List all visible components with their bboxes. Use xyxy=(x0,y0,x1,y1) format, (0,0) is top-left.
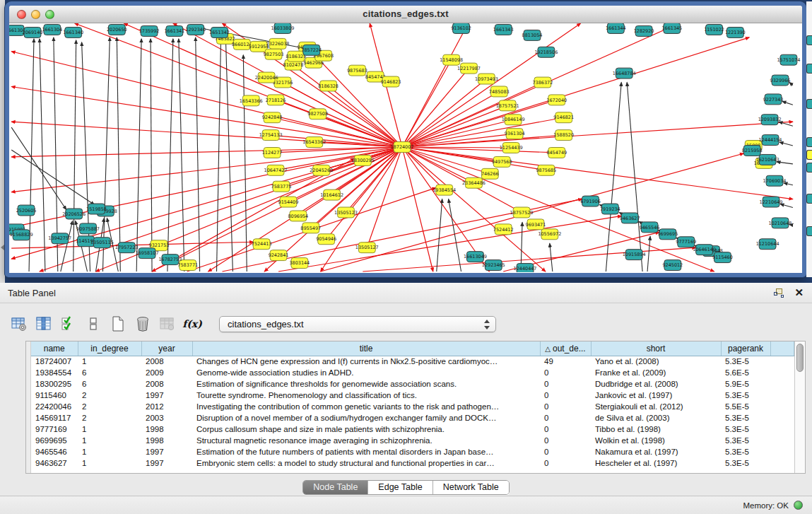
column-header-pagerank[interactable]: pagerank xyxy=(721,341,770,356)
table-cell[interactable]: 0 xyxy=(540,446,591,457)
graph-node[interactable]: 12210649 xyxy=(760,197,783,207)
float-panel-icon[interactable] xyxy=(774,288,784,298)
table-cell[interactable]: Dudbridge et al. (2008) xyxy=(591,378,721,390)
table-cell[interactable]: 14569117 xyxy=(31,412,78,424)
table-row[interactable]: 977716911998Corpus callosum shape and si… xyxy=(31,424,794,435)
graph-node[interactable]: 1661304 xyxy=(42,24,62,35)
table-cell[interactable]: 0 xyxy=(540,378,591,390)
graph-node[interactable]: 9361304 xyxy=(505,129,525,139)
table-cell[interactable]: 0 xyxy=(540,412,591,424)
network-window-titlebar[interactable]: citations_edges.txt xyxy=(9,6,802,23)
table-cell[interactable]: Wolkin et al. (1998) xyxy=(591,435,721,446)
graph-node[interactable]: 12754133 xyxy=(259,130,283,141)
tab-edge-table[interactable]: Edge Table xyxy=(367,481,432,494)
table-cell[interactable]: 1 xyxy=(78,457,141,469)
graph-node[interactable]: 13505123 xyxy=(334,207,358,218)
table-cell[interactable]: Estimation of the future numbers of pati… xyxy=(192,446,540,457)
graph-node[interactable]: 16648784 xyxy=(613,68,636,78)
graph-node[interactable]: 7583775 xyxy=(271,181,292,192)
table-cell[interactable]: 19384554 xyxy=(31,367,78,378)
graph-node[interactable]: 8186328 xyxy=(318,81,339,91)
graph-node[interactable]: 1519858 xyxy=(86,204,107,214)
graph-node[interactable]: 8215958 xyxy=(742,146,763,156)
graph-node[interactable]: 1735992 xyxy=(139,25,160,36)
graph-node[interactable]: 9242848 xyxy=(262,112,283,123)
table-row[interactable]: 1456911722003Disruption of a novel membe… xyxy=(31,412,794,424)
table-cell[interactable]: Changes of HCN gene expression and I(f) … xyxy=(192,356,540,367)
table-cell[interactable]: Tourette syndrome. Phenomenology and cla… xyxy=(192,390,540,401)
graph-node[interactable]: 1282920 xyxy=(634,25,654,36)
table-cell[interactable]: 1997 xyxy=(141,446,192,457)
column-header-title[interactable]: title xyxy=(192,341,540,356)
graph-node[interactable]: 9465546 xyxy=(640,222,660,233)
table-cell[interactable]: 5.3E-5 xyxy=(721,435,770,446)
graph-node[interactable]: 16210643 xyxy=(756,154,779,165)
graph-node[interactable]: 11548098 xyxy=(440,54,463,65)
memory-ok-indicator[interactable] xyxy=(794,501,803,510)
table-cell[interactable]: Tibbo et al. (1998) xyxy=(591,424,721,435)
graph-node[interactable]: 16958107 xyxy=(136,248,159,259)
graph-node[interactable]: 10164612 xyxy=(320,189,343,200)
table-row[interactable]: 1872400712008Changes of HCN gene express… xyxy=(31,356,794,367)
table-cell[interactable]: 2008 xyxy=(141,378,192,390)
stacked-rows-button[interactable] xyxy=(84,315,102,333)
graph-node[interactable]: 22045260 xyxy=(310,165,333,175)
graph-node[interactable]: 12440447 xyxy=(514,264,537,272)
graph-node[interactable]: 1151022 xyxy=(704,24,724,35)
table-cell[interactable]: 0 xyxy=(540,435,591,446)
table-cell[interactable]: 0 xyxy=(540,401,591,412)
graph-node[interactable]: 10915894 xyxy=(623,250,646,260)
table-scrollbar[interactable] xyxy=(794,341,805,473)
graph-node[interactable]: 1661345 xyxy=(661,23,682,33)
table-cell[interactable]: Genome-wide association studies in ADHD. xyxy=(192,367,540,378)
delete-table-button[interactable] xyxy=(134,315,152,333)
table-cell[interactable]: 5.3E-5 xyxy=(721,390,770,401)
graph-node[interactable]: 7485083 xyxy=(489,86,510,97)
table-cell[interactable]: Yano et al. (2008) xyxy=(591,356,721,367)
table-cell[interactable]: Jankovic et al. (1997) xyxy=(591,390,721,401)
import-table-disabled-button[interactable] xyxy=(158,315,177,333)
table-cell[interactable]: 1998 xyxy=(141,424,192,435)
graph-node[interactable]: 7386372 xyxy=(533,77,553,88)
graph-node[interactable]: 8454749 xyxy=(546,148,567,158)
table-cell[interactable]: 5.3E-5 xyxy=(721,356,770,367)
graph-node[interactable]: 1661343 xyxy=(493,24,514,35)
table-cell[interactable]: 0 xyxy=(540,390,591,401)
graph-node[interactable]: 1661340 xyxy=(63,27,83,37)
graph-node[interactable]: 22420046 xyxy=(255,72,278,83)
graph-node[interactable]: 9227343 xyxy=(763,94,784,105)
graph-node[interactable]: 10210648 xyxy=(769,218,792,228)
table-cell[interactable]: Franke et al. (2009) xyxy=(591,367,721,378)
table-settings-button[interactable] xyxy=(10,315,28,333)
table-cell[interactable]: 9115460 xyxy=(31,390,78,401)
graph-node[interactable]: 18757521 xyxy=(496,100,519,111)
graph-node[interactable]: 9242841 xyxy=(269,250,289,261)
graph-node[interactable]: 10646149 xyxy=(693,245,716,255)
graph-node[interactable]: 11210644 xyxy=(756,239,779,250)
graph-node[interactable]: 7524412 xyxy=(493,224,514,235)
table-cell[interactable]: 5.6E-5 xyxy=(721,367,770,378)
table-cell[interactable]: 1997 xyxy=(141,457,192,469)
graph-node[interactable]: 2069140 xyxy=(23,27,43,37)
table-cell[interactable]: 2009 xyxy=(141,367,192,378)
table-cell[interactable]: Structural magnetic resonance image aver… xyxy=(192,435,540,446)
table-cell[interactable]: 2008 xyxy=(141,356,192,367)
table-cell[interactable]: 2 xyxy=(78,401,141,412)
table-cell[interactable]: 1 xyxy=(78,424,141,435)
column-header-in_degree[interactable]: in_degree xyxy=(78,341,141,356)
graph-node[interactable]: 2520605 xyxy=(16,205,37,216)
table-cell[interactable]: 22420046 xyxy=(31,401,78,412)
graph-node[interactable]: 9827503 xyxy=(264,49,284,59)
table-cell[interactable]: 5.5E-5 xyxy=(721,401,770,412)
graph-node[interactable]: 10556972 xyxy=(538,229,561,240)
graph-node[interactable]: 23364486 xyxy=(462,177,486,188)
graph-node[interactable]: 13505127 xyxy=(355,243,379,253)
table-cell[interactable]: 5.9E-5 xyxy=(721,378,770,390)
table-cell[interactable]: 6 xyxy=(78,378,141,390)
table-cell[interactable]: Investigating the contribution of common… xyxy=(192,401,540,412)
graph-node[interactable]: 11254439 xyxy=(500,143,523,153)
table-row[interactable]: 911546021997Tourette syndrome. Phenomeno… xyxy=(31,390,794,401)
graph-node[interactable]: 11568829 xyxy=(10,230,33,240)
graph-node[interactable]: 9463627 xyxy=(620,213,640,223)
graph-node[interactable]: 8096954 xyxy=(288,211,308,221)
